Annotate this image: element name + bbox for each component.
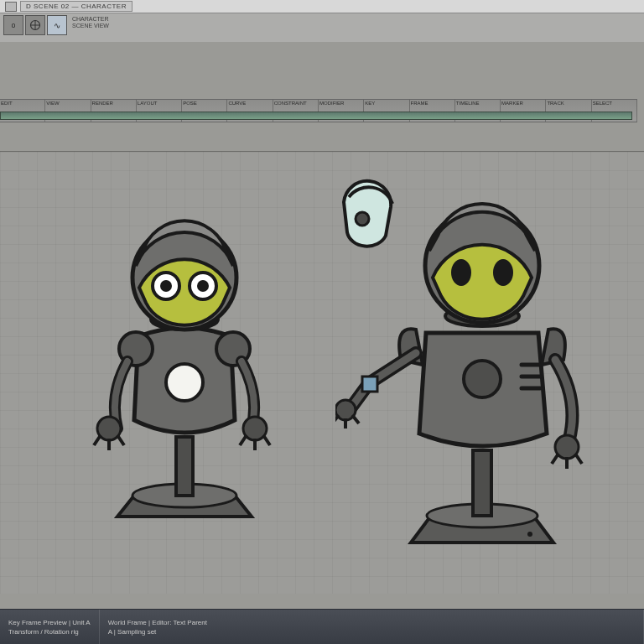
status-mid-line2: A | Sampling set (108, 628, 635, 636)
svg-rect-17 (473, 450, 491, 516)
status-left: Key Frame Preview | Unit A Transform / R… (0, 610, 100, 644)
tool-button-b[interactable] (25, 15, 45, 35)
status-mid-line1: World Frame | Editor: Text Parent (108, 619, 635, 626)
svg-point-13 (197, 280, 209, 292)
robot-character-left (59, 185, 310, 546)
status-mid: World Frame | Editor: Text Parent A | Sa… (100, 610, 644, 644)
tool-button-a[interactable]: 0 (3, 15, 23, 35)
wave-icon: ∿ (54, 21, 60, 30)
svg-rect-19 (362, 377, 377, 392)
svg-rect-2 (176, 437, 193, 496)
svg-point-3 (166, 364, 203, 401)
timeline-ruler[interactable]: EDITVIEWRENDERLAYOUTPOSECURVECONSTRAINTM… (0, 99, 637, 122)
menu-box[interactable] (5, 2, 17, 12)
toolbar-label-1: CHARACTER (72, 16, 109, 23)
svg-point-24 (451, 259, 471, 286)
svg-point-11 (160, 280, 172, 292)
svg-point-25 (493, 259, 513, 286)
globe-icon (29, 19, 41, 31)
timeline-band[interactable] (0, 112, 632, 120)
viewport[interactable] (0, 151, 644, 594)
toolbar-labels: CHARACTER SCENE VIEW (72, 15, 109, 29)
svg-point-18 (464, 361, 501, 397)
toolbar: 0 ∿ CHARACTER SCENE VIEW (0, 13, 644, 42)
tool-button-a-label: 0 (12, 22, 15, 29)
toolbar-label-2: SCENE VIEW (72, 23, 109, 29)
window-title: D SCENE 02 — CHARACTER (20, 1, 132, 12)
robot-character-right (335, 165, 621, 568)
status-left-line2: Transform / Rotation rig (8, 628, 91, 636)
status-left-line1: Key Frame Preview | Unit A (8, 619, 91, 626)
field-label: D (26, 3, 31, 10)
tool-button-c[interactable]: ∿ (47, 15, 67, 35)
svg-point-16 (527, 532, 532, 537)
tool-cluster: 0 ∿ (3, 15, 67, 35)
title-text: SCENE 02 — CHARACTER (34, 3, 127, 10)
menubar: D SCENE 02 — CHARACTER (0, 0, 644, 13)
statusbar: Key Frame Preview | Unit A Transform / R… (0, 609, 644, 644)
